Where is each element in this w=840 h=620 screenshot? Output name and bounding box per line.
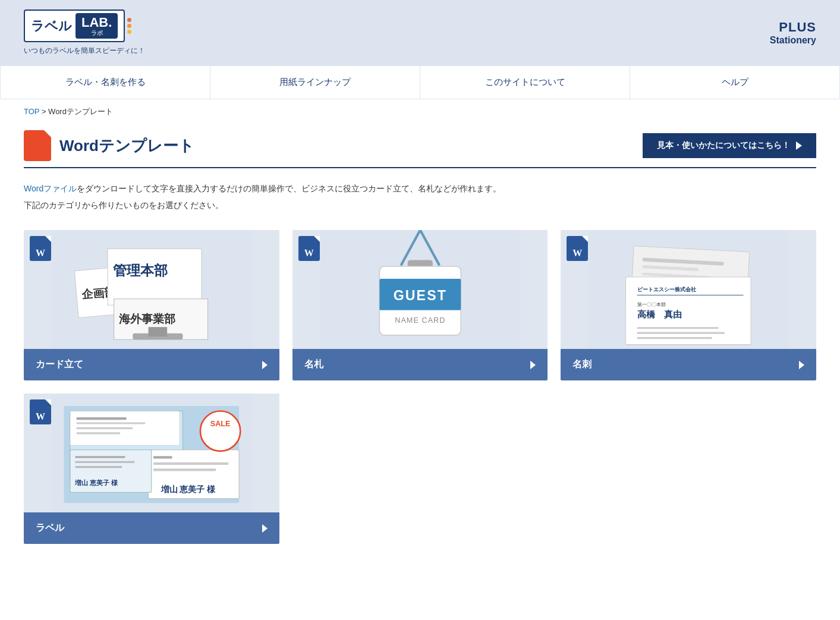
main-nav: ラベル・名刺を作る 用紙ラインナップ このサイトについて ヘルプ [0, 65, 840, 99]
nav-item-about[interactable]: このサイトについて [420, 66, 630, 99]
category-grid-row2: 増山 恵美子 様 SALE 増山 恵美子 様 ラベル [24, 394, 816, 544]
logo-area: ラベル LAB. ラボ いつものラベルを簡単スピーディに！ [24, 10, 145, 56]
svg-text:増山 恵美子 様: 増山 恵美子 様 [74, 479, 118, 486]
cat-thumb-label: 増山 恵美子 様 SALE 増山 恵美子 様 [24, 394, 279, 512]
svg-rect-47 [75, 456, 125, 458]
stationery-text: Stationery [770, 35, 816, 46]
cat-chevron-namebadge [530, 361, 536, 369]
category-label[interactable]: 増山 恵美子 様 SALE 増山 恵美子 様 ラベル [24, 394, 279, 544]
nav-item-label-meishi[interactable]: ラベル・名刺を作る [0, 66, 210, 99]
svg-rect-8 [149, 327, 168, 336]
usage-button[interactable]: 見本・使いかたについてはこちら！ [643, 133, 816, 158]
label-illustration: 増山 恵美子 様 SALE 増山 恵美子 様 [24, 394, 279, 512]
category-name-badge[interactable]: GUEST NAME CARD 名札 [292, 230, 548, 380]
cat-label-text-cardstand: カード立て [36, 358, 83, 371]
businesscard-illustration: ピートエスシー株式会社 第一〇〇本部 高橋 真由 [561, 230, 816, 349]
svg-rect-48 [75, 461, 134, 463]
page-title-left: Wordテンプレート [24, 130, 194, 161]
cat-chevron-cardstand [262, 361, 268, 369]
svg-point-44 [200, 411, 240, 451]
word-icon-label [30, 399, 51, 424]
description-line2: 下記のカテゴリから作りたいものをお選びください。 [24, 197, 816, 213]
word-icon-namebadge [298, 236, 320, 261]
svg-rect-49 [75, 466, 122, 468]
svg-rect-28 [637, 327, 719, 329]
word-icon-title [24, 130, 51, 161]
cat-label-text-businesscard: 名刺 [572, 358, 592, 371]
namebadge-illustration: GUEST NAME CARD [292, 230, 548, 349]
svg-rect-36 [77, 422, 146, 424]
svg-rect-35 [77, 417, 127, 420]
cat-thumb-cardstand: 企画部 管理本部 海外事業部 [24, 230, 279, 349]
page-title-area: Wordテンプレート 見本・使いかたについてはこちら！ [24, 130, 816, 168]
breadcrumb-separator: > [42, 107, 48, 116]
svg-text:第一〇〇本部: 第一〇〇本部 [637, 301, 666, 307]
svg-rect-30 [637, 337, 712, 339]
category-card-stand[interactable]: 企画部 管理本部 海外事業部 カード立て [24, 230, 279, 380]
cardstand-illustration: 企画部 管理本部 海外事業部 [24, 230, 279, 349]
cat-label-text-namebadge: 名札 [304, 358, 323, 371]
category-business-card[interactable]: ピートエスシー株式会社 第一〇〇本部 高橋 真由 名刺 [561, 230, 816, 380]
svg-text:管理本部: 管理本部 [113, 263, 168, 278]
cat-thumb-businesscard: ピートエスシー株式会社 第一〇〇本部 高橋 真由 [561, 230, 816, 349]
breadcrumb: TOP > Wordテンプレート [0, 99, 840, 124]
cat-label-label: ラベル [24, 512, 279, 544]
plus-stationery: PLUS Stationery [770, 20, 816, 46]
svg-rect-29 [637, 332, 725, 334]
nav-item-help[interactable]: ヘルプ [630, 66, 840, 99]
cat-thumb-namebadge: GUEST NAME CARD [292, 230, 548, 349]
svg-text:高橋　真由: 高橋 真由 [637, 309, 682, 319]
plus-text: PLUS [770, 20, 816, 35]
usage-button-label: 見本・使いかたについてはこちら！ [657, 140, 790, 151]
word-icon-businesscard [567, 236, 588, 261]
logo-label: ラベル LAB. ラボ [24, 10, 125, 42]
cat-chevron-label [262, 524, 268, 533]
svg-text:SALE: SALE [210, 420, 231, 428]
svg-text:NAME CARD: NAME CARD [395, 316, 445, 325]
svg-rect-40 [153, 456, 172, 458]
cat-label-cardstand: カード立て [24, 349, 279, 380]
cat-label-namebadge: 名札 [292, 349, 548, 380]
word-icon-cardstand [30, 236, 51, 261]
page-title: Wordテンプレート [59, 136, 194, 156]
svg-text:増山 恵美子 様: 増山 恵美子 様 [161, 484, 216, 494]
logo-lab-text: LAB. [81, 15, 112, 30]
logo-lab-sub: ラボ [91, 30, 103, 36]
main-content: Wordテンプレート 見本・使いかたについてはこちら！ Wordファイルをダウン… [0, 124, 840, 568]
site-header: ラベル LAB. ラボ いつものラベルを簡単スピーディに！ PLUS Stati… [0, 0, 840, 65]
breadcrumb-top[interactable]: TOP [24, 107, 39, 116]
logo-tagline: いつものラベルを簡単スピーディに！ [24, 46, 145, 56]
logo-dot-3 [127, 30, 131, 34]
svg-rect-38 [77, 432, 121, 434]
logo-dot-1 [127, 18, 131, 22]
svg-text:海外事業部: 海外事業部 [119, 313, 175, 325]
svg-text:ピートエスシー株式会社: ピートエスシー株式会社 [637, 286, 697, 292]
svg-text:GUEST: GUEST [393, 288, 446, 303]
category-grid-row1: 企画部 管理本部 海外事業部 カード立て [24, 230, 816, 380]
logo-lab: LAB. ラボ [75, 13, 118, 39]
svg-rect-42 [153, 468, 216, 471]
description: Wordファイルをダウンロードして文字を直接入力するだけの簡単操作で、ビジネスに… [24, 180, 816, 213]
usage-button-arrow [796, 141, 802, 150]
svg-rect-37 [77, 427, 133, 429]
logo-dot-2 [127, 24, 131, 28]
svg-rect-41 [153, 462, 228, 465]
cat-label-text-label: ラベル [36, 522, 64, 534]
logo-label-text: ラベル [31, 17, 72, 35]
nav-item-paper[interactable]: 用紙ラインナップ [210, 66, 420, 99]
breadcrumb-current: Wordテンプレート [48, 107, 113, 116]
logo-dots [127, 18, 131, 34]
cat-chevron-businesscard [799, 361, 804, 369]
cat-label-businesscard: 名刺 [561, 349, 816, 380]
description-line1: Wordファイルをダウンロードして文字を直接入力するだけの簡単操作で、ビジネスに… [24, 180, 816, 197]
word-file-link[interactable]: Wordファイル [24, 184, 77, 193]
logo-box: ラベル LAB. ラボ [24, 10, 145, 42]
